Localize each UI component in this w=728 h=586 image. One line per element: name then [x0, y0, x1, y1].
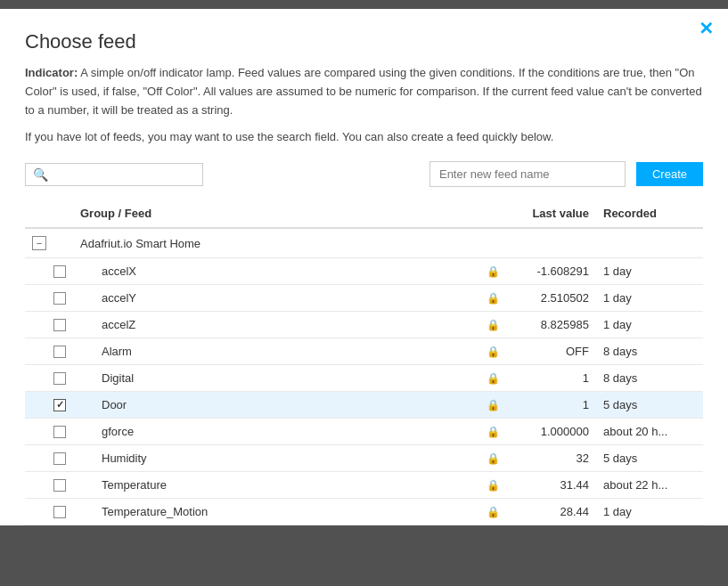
- table-row[interactable]: accelZ 🔒 8.825985 1 day: [25, 312, 703, 338]
- table-row[interactable]: accelX 🔒 -1.608291 1 day: [25, 258, 703, 285]
- search-input[interactable]: [53, 167, 195, 181]
- table-row[interactable]: Alarm 🔒 OFF 8 days: [25, 338, 703, 365]
- lock-icon: 🔒: [487, 452, 500, 465]
- row-value: 2.510502: [507, 285, 596, 312]
- row-lock-cell: 🔒: [479, 365, 507, 392]
- lock-icon: 🔒: [487, 265, 500, 278]
- row-feed-name: Temperature_Motion: [73, 499, 479, 525]
- lock-icon: 🔒: [487, 292, 500, 305]
- col-header-recorded: Recorded: [596, 201, 703, 228]
- row-checkbox[interactable]: [53, 426, 66, 438]
- table-header-row: Group / Feed Last value Recorded: [25, 201, 703, 228]
- row-checkbox-cell[interactable]: [25, 312, 73, 338]
- row-checkbox-cell[interactable]: [25, 365, 73, 392]
- row-recorded: 8 days: [596, 338, 703, 365]
- row-value: -1.608291: [507, 258, 596, 285]
- group-name: Adafriut.io Smart Home: [73, 228, 703, 258]
- modal-title: Choose feed: [25, 30, 703, 53]
- row-feed-name: gforce: [73, 419, 479, 445]
- row-recorded: about 20 h...: [596, 419, 703, 445]
- row-value: 28.44: [507, 499, 596, 525]
- row-recorded: about 22 h...: [596, 472, 703, 499]
- row-value: 1: [507, 365, 596, 392]
- row-checkbox[interactable]: [53, 452, 66, 465]
- row-checkbox[interactable]: [53, 372, 66, 385]
- lock-icon: 🔒: [487, 372, 500, 385]
- create-button[interactable]: Create: [636, 162, 703, 186]
- row-feed-name: Humidity: [73, 445, 479, 472]
- row-recorded: 5 days: [596, 392, 703, 419]
- row-checkbox-cell[interactable]: [25, 472, 73, 499]
- row-recorded: 8 days: [596, 365, 703, 392]
- lock-icon: 🔒: [487, 479, 500, 492]
- table-row[interactable]: accelY 🔒 2.510502 1 day: [25, 285, 703, 312]
- row-lock-cell: 🔒: [479, 472, 507, 499]
- col-header-lock: [479, 201, 507, 228]
- close-button[interactable]: ✕: [699, 20, 714, 37]
- row-checkbox-cell[interactable]: [25, 392, 73, 419]
- new-feed-input[interactable]: [429, 161, 626, 187]
- row-feed-name: accelZ: [73, 312, 479, 338]
- feed-table: Group / Feed Last value Recorded − Adafr…: [25, 201, 703, 525]
- row-recorded: 1 day: [596, 499, 703, 525]
- table-row[interactable]: Temperature 🔒 31.44 about 22 h...: [25, 472, 703, 499]
- col-header-check: [25, 201, 73, 228]
- table-row[interactable]: Digital 🔒 1 8 days: [25, 365, 703, 392]
- row-checkbox-cell[interactable]: [25, 338, 73, 365]
- row-feed-name: Alarm: [73, 338, 479, 365]
- row-checkbox[interactable]: [53, 292, 66, 305]
- search-box: 🔍: [25, 163, 203, 186]
- expand-icon[interactable]: −: [32, 236, 46, 250]
- table-row[interactable]: Humidity 🔒 32 5 days: [25, 445, 703, 472]
- row-value: 1.000000: [507, 419, 596, 445]
- row-recorded: 5 days: [596, 445, 703, 472]
- table-row[interactable]: gforce 🔒 1.000000 about 20 h...: [25, 419, 703, 445]
- row-recorded: 1 day: [596, 258, 703, 285]
- search-icon: 🔍: [33, 167, 48, 182]
- lock-icon: 🔒: [487, 506, 500, 518]
- group-row: − Adafriut.io Smart Home: [25, 228, 703, 258]
- row-lock-cell: 🔒: [479, 258, 507, 285]
- row-lock-cell: 🔒: [479, 338, 507, 365]
- row-value: OFF: [507, 338, 596, 365]
- row-checkbox[interactable]: [53, 346, 66, 358]
- modal-overlay: ✕ Choose feed Indicator: A simple on/off…: [0, 0, 728, 586]
- row-checkbox[interactable]: [53, 479, 66, 492]
- row-feed-name: Temperature: [73, 472, 479, 499]
- row-checkbox[interactable]: [53, 506, 66, 518]
- row-checkbox-cell[interactable]: [25, 445, 73, 472]
- row-checkbox[interactable]: [53, 399, 66, 411]
- col-header-feed: Group / Feed: [73, 201, 479, 228]
- row-checkbox-cell[interactable]: [25, 285, 73, 312]
- table-row[interactable]: Temperature_Motion 🔒 28.44 1 day: [25, 499, 703, 525]
- row-feed-name: Door: [73, 392, 479, 419]
- lock-icon: 🔒: [487, 319, 500, 331]
- row-lock-cell: 🔒: [479, 419, 507, 445]
- row-lock-cell: 🔒: [479, 392, 507, 419]
- feed-table-container[interactable]: Group / Feed Last value Recorded − Adafr…: [25, 201, 703, 525]
- row-lock-cell: 🔒: [479, 312, 507, 338]
- row-feed-name: accelX: [73, 258, 479, 285]
- row-recorded: 1 day: [596, 312, 703, 338]
- col-header-value: Last value: [507, 201, 596, 228]
- choose-feed-modal: ✕ Choose feed Indicator: A simple on/off…: [0, 9, 728, 525]
- group-expand-cell: −: [25, 228, 73, 258]
- row-recorded: 1 day: [596, 285, 703, 312]
- row-checkbox-cell[interactable]: [25, 419, 73, 445]
- row-lock-cell: 🔒: [479, 499, 507, 525]
- row-checkbox[interactable]: [53, 265, 66, 278]
- row-lock-cell: 🔒: [479, 445, 507, 472]
- row-value: 31.44: [507, 472, 596, 499]
- modal-hint: If you have lot of feeds, you may want t…: [25, 128, 703, 147]
- table-row[interactable]: Door 🔒 1 5 days: [25, 392, 703, 419]
- description-bold: Indicator:: [25, 66, 78, 79]
- toolbar: 🔍 Create: [25, 161, 703, 187]
- row-checkbox-cell[interactable]: [25, 499, 73, 525]
- row-feed-name: Digital: [73, 365, 479, 392]
- row-checkbox[interactable]: [53, 319, 66, 331]
- lock-icon: 🔒: [487, 346, 500, 358]
- row-checkbox-cell[interactable]: [25, 258, 73, 285]
- row-value: 1: [507, 392, 596, 419]
- lock-icon: 🔒: [487, 426, 500, 438]
- row-value: 8.825985: [507, 312, 596, 338]
